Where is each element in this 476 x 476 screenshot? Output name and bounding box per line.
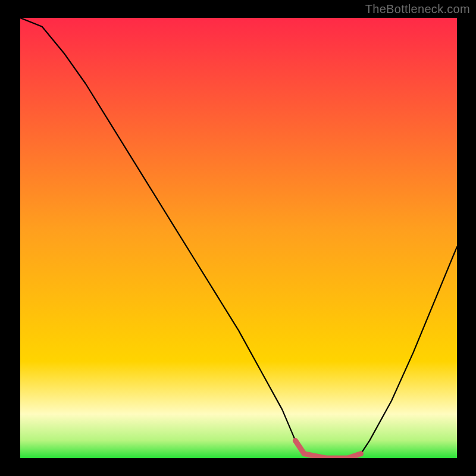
bottleneck-plot-svg bbox=[20, 18, 457, 458]
chart-frame: TheBottleneck.com bbox=[0, 0, 476, 476]
plot-area bbox=[20, 18, 457, 458]
watermark-text: TheBottleneck.com bbox=[365, 2, 470, 16]
